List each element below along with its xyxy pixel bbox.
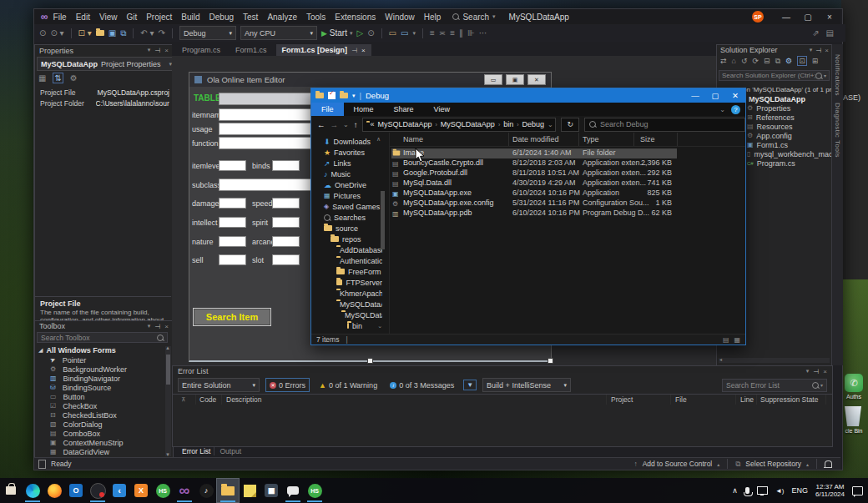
close-icon[interactable]: × [823, 368, 827, 375]
error-scope-dropdown[interactable]: Entire Solution▾ [178, 378, 260, 392]
save-all-icon[interactable]: ⧉ [120, 28, 126, 38]
sell-input[interactable] [219, 254, 246, 265]
properties-icon[interactable]: ⚙ [785, 57, 792, 65]
chevron-down-icon[interactable]: ▾ [806, 368, 810, 375]
form-maximize-button[interactable]: ▣ [506, 74, 524, 85]
new-view-icon[interactable]: ⊞ [812, 57, 819, 65]
taskbar-calculator-icon[interactable]: ▦ [260, 479, 282, 502]
align-left-icon[interactable]: ≡ [430, 28, 435, 38]
details-view-icon[interactable]: ▤ [723, 336, 729, 344]
col-suppression-state[interactable]: Suppression State [760, 395, 818, 404]
forward-icon[interactable]: → [331, 120, 339, 129]
taskbar-sticky-notes-icon[interactable] [239, 479, 260, 502]
pin-icon[interactable]: ⊤ [812, 369, 820, 375]
explorer-maximize-button[interactable]: ▢ [705, 88, 725, 103]
menu-view[interactable]: View [99, 13, 118, 22]
errors-filter-button[interactable]: ✕0 Errors [265, 378, 310, 392]
taskbar-messaging-icon[interactable] [282, 479, 304, 502]
explorer-search-box[interactable]: Search Debug [584, 118, 745, 132]
menu-build[interactable]: Build [181, 13, 199, 22]
col-size[interactable]: Size [640, 135, 655, 143]
menu-edit[interactable]: Edit [76, 13, 90, 22]
navigate-back-icon[interactable]: ⊙ [39, 28, 46, 38]
quick-access-dropdown-icon[interactable]: ▾ [352, 93, 356, 99]
itemlevel-input[interactable] [219, 160, 246, 171]
start-without-debug-icon[interactable]: ▷ [357, 28, 364, 38]
toolbox-item-button[interactable]: ▭Button [35, 392, 173, 401]
speaker-icon[interactable]: ◄) [775, 487, 785, 495]
close-icon[interactable]: × [164, 47, 169, 54]
ribbon-tab-share[interactable]: Share [384, 105, 424, 113]
select-repository-button[interactable]: Select Repository [745, 460, 801, 468]
col-description[interactable]: Description [226, 395, 262, 404]
ribbon-tab-home[interactable]: Home [344, 105, 384, 113]
col-project[interactable]: Project [611, 395, 633, 404]
pin-icon[interactable]: ⊤ [154, 324, 161, 329]
taskbar-hs-app2-icon[interactable]: HS [304, 479, 326, 502]
sidebar-item-khmerapach[interactable]: KhmerApach [311, 288, 382, 299]
tab-error-list[interactable]: Error List [179, 447, 214, 455]
taskbar-recorder-icon[interactable] [87, 479, 108, 502]
desktop-icon-auths[interactable]: ✆ [845, 374, 863, 392]
refresh-icon[interactable]: ↻ [561, 118, 578, 132]
pin-icon[interactable]: ⊤ [351, 48, 358, 53]
menu-help[interactable]: Help [424, 13, 442, 22]
crumb-1[interactable]: MySQLDataApp [377, 120, 431, 128]
scroll-down-icon[interactable]: ⌄ [377, 323, 382, 329]
properties-quick-icon[interactable]: ✓ [328, 92, 336, 99]
toolbox-scrollbar[interactable]: ▲ ▼ [165, 346, 171, 456]
sync-icon[interactable]: ⟳ [753, 57, 760, 65]
thumbnail-view-icon[interactable]: ▦ [734, 336, 740, 344]
taskbar-file-explorer-icon[interactable] [217, 479, 239, 502]
collapse-all-icon[interactable]: ⊟ [764, 57, 770, 65]
messages-filter-button[interactable]: i0 of 3 Messages [386, 379, 457, 391]
toolbox-item-backgroundworker[interactable]: ⚙BackgroundWorker [35, 365, 173, 374]
notifications-bell-icon[interactable] [825, 460, 832, 467]
ribbon-expand-icon[interactable]: ⌄ [719, 106, 725, 113]
toolbox-item-pointer[interactable]: ➤Pointer [35, 355, 173, 365]
toolbox-item-colordialog[interactable]: ▧ColorDialog [35, 420, 173, 429]
show-all-files-icon[interactable]: ⧉ [775, 57, 780, 66]
crumb-3[interactable]: bin [503, 120, 513, 128]
spirit-input[interactable] [272, 217, 300, 228]
sidebar-item-favorites[interactable]: ★Favorites [311, 147, 382, 158]
redo-icon[interactable]: ↷ [159, 28, 165, 38]
alphabetical-icon[interactable]: ⇅ [53, 73, 63, 83]
sidebar-item-ftpserver[interactable]: FTPServer [311, 277, 382, 288]
file-row-mysqldataapp-exe[interactable]: ▣MySQLDataApp.exe6/10/2024 10:16 PMAppli… [390, 189, 745, 199]
file-row-bouncycastle[interactable]: ▤BouncyCastle.Crypto.dll8/12/2018 2:03 A… [390, 158, 745, 169]
sidebar-item-authentication[interactable]: Authenticatic [311, 255, 382, 266]
sidebar-item-links[interactable]: ↗Links [311, 158, 382, 169]
sidebar-item-freeform[interactable]: FreeForm [311, 266, 382, 277]
solution-platform-dropdown[interactable]: Any CPU▾ [240, 26, 317, 40]
error-source-dropdown[interactable]: Build + IntelliSense▾ [482, 378, 571, 392]
sidebar-item-mysqldataapp[interactable]: MySQLDataA [311, 299, 382, 309]
back-icon[interactable]: ← [317, 120, 326, 129]
chevron-down-icon[interactable]: ▾ [148, 323, 151, 330]
toolbox-item-bindingnavigator[interactable]: ▥BindingNavigator [35, 374, 173, 383]
toolbox-item-combobox[interactable]: ▤ComboBox [35, 429, 173, 438]
file-row-google-protobuf[interactable]: ▤Google.Protobuf.dll8/11/2018 10:51 AMAp… [390, 169, 745, 179]
menu-tools[interactable]: Tools [306, 13, 326, 22]
solution-explorer-search-input[interactable]: Search Solution Explorer (Ctrl+;) ▾ [719, 70, 830, 81]
warnings-filter-button[interactable]: ▲0 of 1 Warning [315, 379, 381, 391]
navigate-forward-icon[interactable]: ⊙ ▾ [50, 28, 63, 38]
col-file[interactable]: File [675, 395, 687, 404]
form-minimize-button[interactable]: ▭ [484, 74, 502, 85]
chevron-down-icon[interactable]: ▾ [810, 47, 813, 54]
new-project-icon[interactable]: ⊡ ▾ [78, 28, 92, 38]
tab-form1-cs[interactable]: Form1.cs [230, 44, 273, 56]
language-indicator[interactable]: ENG [791, 486, 808, 495]
property-pages-icon[interactable]: ⚙ [70, 73, 78, 83]
file-row-image[interactable]: Image6/1/2024 1:40 AMFile folder [390, 148, 745, 158]
close-button[interactable]: × [819, 9, 840, 24]
tab-program-cs[interactable]: Program.cs [176, 44, 226, 56]
taskbar-edge-icon[interactable] [22, 479, 43, 502]
add-to-source-control-button[interactable]: Add to Source Control [643, 460, 713, 468]
align-right-icon[interactable]: ≡ [450, 28, 455, 38]
find-in-files-icon[interactable]: ▭ [389, 28, 396, 38]
align-center-icon[interactable]: ≍ [439, 28, 446, 38]
sidebar-item-onedrive[interactable]: ☁OneDrive [311, 179, 382, 190]
tray-expand-icon[interactable]: ∧ [732, 486, 738, 495]
attach-icon[interactable]: ▭ [401, 28, 408, 38]
